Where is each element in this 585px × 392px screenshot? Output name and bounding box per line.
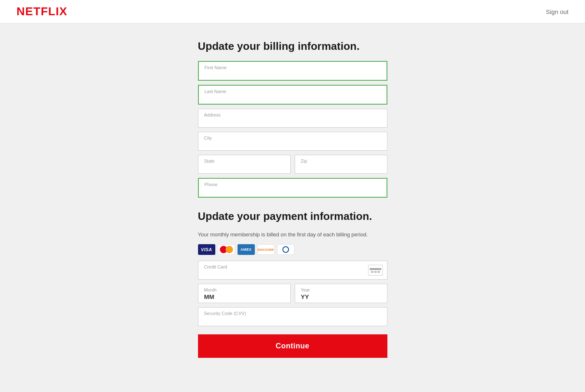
discover-icon: DISCOVER xyxy=(257,244,275,255)
city-wrapper: City xyxy=(198,132,387,151)
zip-wrapper: Zip xyxy=(295,155,387,174)
credit-card-icon xyxy=(368,265,383,275)
last-name-wrapper: Last Name xyxy=(198,85,387,105)
address-wrapper: Address xyxy=(198,109,387,128)
state-input[interactable] xyxy=(198,155,290,173)
sign-out-link[interactable]: Sign out xyxy=(546,8,569,15)
month-wrapper: Month xyxy=(198,284,291,303)
visa-icon: VISA xyxy=(198,244,215,255)
first-name-input[interactable] xyxy=(199,62,387,80)
credit-card-input[interactable] xyxy=(198,261,387,279)
cvv-group: Security Code (CVV) xyxy=(198,307,387,326)
card-icons-row: VISA AMEX DISCOVER xyxy=(198,244,387,255)
month-input[interactable] xyxy=(198,284,290,303)
month-year-row: Month Year xyxy=(198,284,387,303)
main-content: Update your billing information. First N… xyxy=(190,23,396,383)
last-name-group: Last Name xyxy=(198,85,387,105)
billing-title: Update your billing information. xyxy=(198,40,387,53)
amex-icon: AMEX xyxy=(238,244,255,255)
state-zip-row: State Zip xyxy=(198,155,387,174)
last-name-input[interactable] xyxy=(199,86,387,104)
payment-title: Update your payment information. xyxy=(198,210,387,223)
phone-input[interactable] xyxy=(199,179,387,197)
state-wrapper: State xyxy=(198,155,291,174)
year-input[interactable] xyxy=(295,284,387,303)
credit-card-wrapper: Credit Card xyxy=(198,261,387,280)
phone-wrapper: Phone xyxy=(198,178,387,198)
continue-button[interactable]: Continue xyxy=(198,334,387,358)
mastercard-icon xyxy=(218,244,235,255)
address-input[interactable] xyxy=(198,109,387,127)
city-group: City xyxy=(198,132,387,151)
payment-subtitle: Your monthly membership is billed on the… xyxy=(198,231,387,238)
year-wrapper: Year xyxy=(295,284,387,303)
first-name-group: First Name xyxy=(198,61,387,81)
city-input[interactable] xyxy=(198,132,387,150)
address-group: Address xyxy=(198,109,387,128)
netflix-logo: NETFLIX xyxy=(16,5,68,18)
phone-group: Phone xyxy=(198,178,387,198)
zip-input[interactable] xyxy=(295,155,387,173)
cvv-input[interactable] xyxy=(198,308,387,326)
first-name-wrapper: First Name xyxy=(198,61,387,81)
diners-icon xyxy=(277,244,294,255)
cvv-wrapper: Security Code (CVV) xyxy=(198,307,387,326)
